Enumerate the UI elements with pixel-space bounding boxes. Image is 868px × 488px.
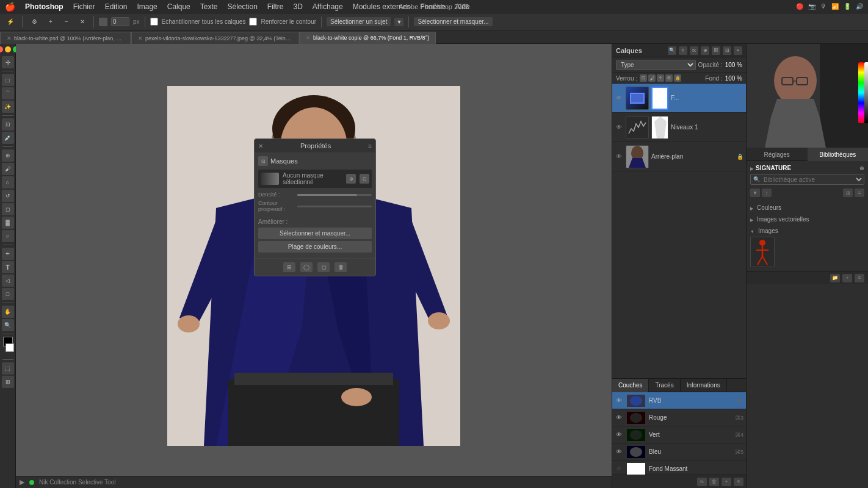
chan-vis-vert[interactable]: 👁 [615, 431, 623, 439]
tool-intersect[interactable]: ✕ [76, 16, 89, 28]
mask-btn-1[interactable]: ⊕ [346, 174, 356, 184]
move-tool[interactable]: ✛ [2, 56, 14, 68]
layers-type-tool[interactable]: T [679, 46, 687, 55]
lock-transparent[interactable]: ⊡ [640, 74, 647, 82]
panel-foot-btn-2[interactable]: ◯ [300, 262, 313, 272]
gradient-tool[interactable]: ▓ [2, 217, 14, 229]
panel-close-btn[interactable]: ✕ [258, 143, 263, 149]
selectionner-sujet-btn[interactable]: Sélectionner un sujet [327, 17, 391, 26]
tab-label-2[interactable]: pexels-viktoria-slowikowska-5332277.jpeg… [145, 35, 292, 41]
signature-menu-btn[interactable]: ⊕ [859, 165, 864, 171]
feather-input[interactable] [111, 17, 129, 26]
layers-menu-btn[interactable]: ≡ [734, 46, 742, 55]
tab-close-1[interactable]: ✕ black-to-white.psd @ 100% (Arrière-pla… [0, 32, 131, 44]
background-color[interactable] [5, 343, 14, 352]
tab-label-1[interactable]: black-to-white.psd @ 100% (Arrière-plan,… [14, 35, 124, 41]
layer-item-3[interactable]: 👁 Arrière-plan 🔒 [612, 142, 746, 171]
status-arrow[interactable]: ▶ [20, 478, 24, 486]
layer-item-1[interactable]: 👁 F... ≡ [612, 84, 746, 113]
couleurs-item[interactable]: Couleurs [750, 202, 864, 214]
grid-view-btn[interactable]: ⊞ [843, 188, 853, 197]
tool-sub[interactable]: − [60, 16, 73, 28]
channel-bleu[interactable]: 👁 Bleu ⌘5 [612, 443, 746, 461]
chan-foot-add[interactable]: 🗑 [709, 478, 719, 486]
channel-rvb[interactable]: 👁 RVB ⌘2 [612, 392, 746, 409]
lock-brush[interactable]: 🖌 [648, 74, 656, 82]
chan-vis-bleu[interactable]: 👁 [615, 448, 623, 456]
lock-move[interactable]: ✛ [657, 74, 664, 82]
brush-tool[interactable]: 🖌 [2, 163, 14, 175]
image-item-1[interactable] [750, 237, 775, 267]
layers-adjust-tool[interactable]: ⊕ [701, 46, 709, 55]
screen-mode[interactable]: ⊞ [2, 376, 14, 388]
crop-tool[interactable]: ⊡ [2, 118, 14, 131]
tab-2[interactable]: ✕ pexels-viktoria-slowikowska-5332277.jp… [131, 32, 298, 44]
layers-link-tool[interactable]: ⛓ [712, 46, 720, 55]
tool-options[interactable]: ⚙ [27, 16, 41, 28]
layer-item-2[interactable]: 👁 Niveaux 1 [612, 113, 746, 142]
lasso-tool[interactable]: ⌒ [2, 87, 14, 99]
bw-gradient-bar[interactable] [864, 62, 868, 123]
layer-vis-1[interactable]: 👁 [615, 94, 623, 102]
zoom-tool[interactable]: 🔍 [2, 319, 14, 331]
tool-lasso[interactable]: ⚡ [4, 16, 17, 28]
tab-informations[interactable]: Informations [681, 379, 727, 392]
chan-foot-new[interactable]: + [722, 478, 731, 486]
menu-texte[interactable]: Texte [200, 2, 218, 11]
adj-foot-add[interactable]: + [842, 274, 852, 282]
panel-foot-btn-3[interactable]: ◻ [317, 262, 330, 272]
selectionner-sujet-arrow[interactable]: ▼ [394, 18, 403, 26]
layers-mask-tool[interactable]: ⊡ [723, 46, 731, 55]
channel-fond[interactable]: 👁 Fond Massant [612, 461, 746, 475]
library-search-input[interactable] [762, 175, 849, 184]
hand-tool[interactable]: ✋ [2, 306, 14, 318]
menu-calque[interactable]: Calque [167, 2, 190, 11]
panel-foot-btn-4[interactable]: 🗑 [335, 262, 347, 272]
tab-traces[interactable]: Tracés [649, 379, 680, 392]
images-vectorielles-item[interactable]: Images vectorielles [750, 214, 864, 225]
images-header[interactable]: Images [750, 225, 864, 237]
echantillonner-checkbox[interactable] [150, 18, 158, 26]
layer-vis-3[interactable]: 👁 [615, 152, 623, 161]
layer-options-1[interactable]: ≡ [740, 95, 743, 101]
stamp-tool[interactable]: ⌂ [2, 176, 14, 188]
wand-tool[interactable]: ✨ [2, 101, 14, 113]
menu-selection[interactable]: Sélection [227, 2, 257, 11]
tab-label-3[interactable]: black-to-white copie @ 66,7% (Fond 1, RV… [313, 35, 429, 41]
chan-foot-fx[interactable]: fx [697, 478, 707, 486]
layer-vis-2[interactable]: 👁 [615, 123, 623, 132]
list-view-btn[interactable]: ≡ [855, 188, 864, 197]
layers-fx-tool[interactable]: fx [690, 46, 698, 55]
canvas-area[interactable]: ✕ Propriétés ≡ ⊡ Masques Aucun masque sé… [16, 44, 612, 488]
traffic-close[interactable] [0, 46, 3, 52]
menu-filtre[interactable]: Filtre [267, 2, 284, 11]
chan-vis-rvb[interactable]: 👁 [615, 396, 623, 405]
tab-couches[interactable]: Couches [612, 379, 649, 392]
traffic-minimize[interactable] [5, 46, 11, 52]
dodge-tool[interactable]: ○ [2, 230, 14, 242]
chan-vis-rouge[interactable]: 👁 [615, 414, 623, 422]
menu-affichage[interactable]: Affichage [313, 2, 343, 11]
heal-tool[interactable]: ⊕ [2, 149, 14, 162]
select-tool[interactable]: □ [2, 74, 14, 86]
plage-couleurs-btn[interactable]: Plage de couleurs... [258, 241, 372, 253]
density-track[interactable] [297, 194, 372, 196]
layers-search-btn[interactable]: 🔍 [668, 46, 676, 55]
panel-menu-btn[interactable]: ≡ [368, 143, 372, 149]
mask-item[interactable]: Aucun masque sélectionné ⊕ ⊡ [258, 170, 372, 188]
layer-type-select[interactable]: Type [616, 60, 696, 70]
shape-tool[interactable]: □ [2, 288, 14, 300]
library-select[interactable] [849, 174, 864, 184]
quick-mask[interactable]: ⬚ [2, 362, 14, 375]
eraser-tool[interactable]: ◻ [2, 203, 14, 215]
history-brush[interactable]: ↺ [2, 190, 14, 202]
panel-header[interactable]: ✕ Propriétés ≡ [255, 139, 375, 152]
adj-tab-reglages[interactable]: Réglages [747, 148, 808, 161]
menu-edition[interactable]: Edition [105, 2, 128, 11]
filter-btn[interactable]: ▼ [750, 188, 760, 197]
text-tool[interactable]: T [2, 261, 14, 273]
adj-foot-folder[interactable]: 📁 [830, 274, 840, 282]
pen-tool[interactable]: ✒ [2, 248, 14, 260]
selectionner-masquer-btn[interactable]: Sélectionner et masquer... [414, 17, 492, 26]
color-gradient-bar[interactable] [858, 62, 864, 123]
